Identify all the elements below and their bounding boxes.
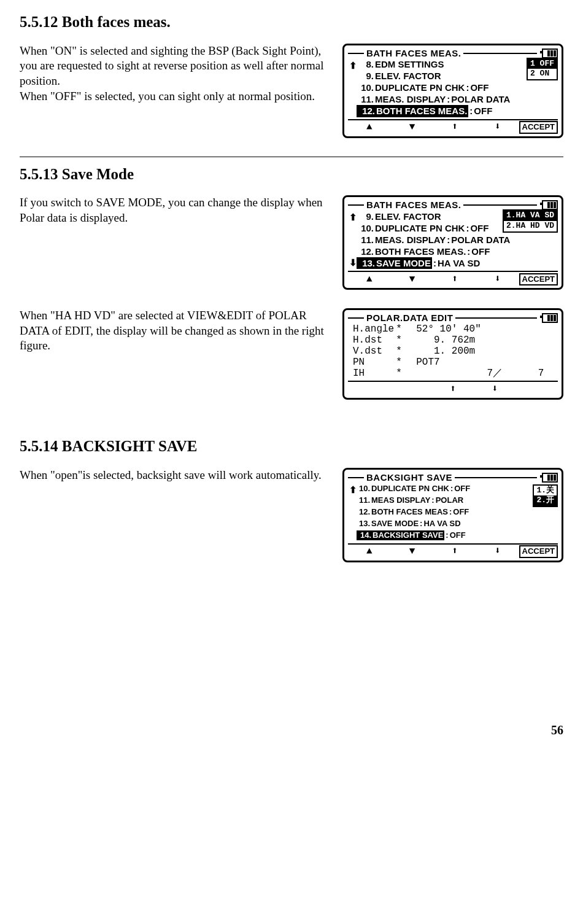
menu-row: 13.SAVE MODE:HA VA SD: [357, 518, 558, 530]
menu-row: 10.DUPLICATE PN CHK:OFF: [357, 82, 558, 94]
battery-icon: [542, 200, 558, 210]
scroll-down-icon: ⬇: [349, 258, 357, 267]
menu-row: 12.BOTH FACES MEAS.:OFF: [357, 246, 558, 257]
data-row: PN* POT7: [353, 357, 558, 368]
lcd-5514: BACKSIGHT SAVE ⬆ 10.DUPLICATE PN CHK:OFF…: [342, 468, 563, 562]
accept-button: ACCEPT: [519, 273, 558, 286]
accept-button: ACCEPT: [519, 545, 558, 558]
menu-row: 11.MEAS. DISPLAY:POLAR DATA: [357, 94, 558, 106]
softkey: ⬇: [474, 383, 515, 396]
softkey: ⬆: [433, 273, 476, 286]
lcd-title: BACKSIGHT SAVE: [366, 472, 452, 484]
menu-row: 11.MEAS DISPLAY:POLAR: [357, 495, 558, 507]
lcd-title: BATH FACES MEAS.: [366, 47, 461, 60]
menu-row: 10.DUPLICATE PN CHK:OFF: [357, 483, 558, 495]
softkeys: ▲ ▼ ⬆ ⬇ ACCEPT: [348, 271, 558, 285]
heading: 5.5.12 Both faces meas.: [20, 12, 563, 33]
section-5513b: When "HA HD VD" are selected at VIEW&EDI…: [20, 308, 563, 400]
lcd-title: BATH FACES MEAS.: [366, 199, 461, 211]
option-box: 1.HA VA SD 2.HA HD VD: [503, 209, 558, 233]
menu-row-selected: 12.BOTH FACES MEAS.:OFF: [357, 106, 558, 117]
body-text: When "HA HD VD" are selected at VIEW&EDI…: [20, 308, 330, 354]
battery-icon: [542, 473, 558, 483]
softkey: ▲: [348, 545, 391, 558]
menu-row: 12.BOTH FACES MEAS:OFF: [357, 507, 558, 518]
softkey: ⬇: [476, 121, 519, 134]
option-box: 1 OFF 2 ON: [527, 58, 558, 81]
softkeys: ▲ ▼ ⬆ ⬇ ACCEPT: [348, 119, 558, 134]
softkey: ▼: [391, 273, 434, 286]
accept-button: ACCEPT: [519, 121, 558, 134]
lcd-5513: BATH FACES MEAS. ⬆ ⬇ 9.ELEV. FACTOR 10.D…: [342, 195, 563, 290]
softkey: ⬆: [432, 383, 474, 396]
section-5514: 5.5.14 BACKSIGHT SAVE When "open"is sele…: [20, 437, 563, 562]
softkey: ▼: [391, 121, 434, 134]
softkey: ⬇: [476, 273, 519, 286]
menu-row: 11.MEAS. DISPLAY:POLAR DATA: [357, 234, 558, 246]
data-row: V.dst* 1. 200m: [353, 346, 558, 357]
heading: 5.5.14 BACKSIGHT SAVE: [20, 437, 563, 457]
battery-icon: [542, 313, 558, 323]
section-5513: 5.5.13 Save Mode If you switch to SAVE M…: [20, 165, 563, 290]
softkey: ▲: [348, 273, 391, 286]
battery-icon: [542, 49, 558, 58]
section-5512: 5.5.12 Both faces meas. When "ON" is sel…: [20, 12, 563, 138]
body-text: When "ON" is selected and sighting the B…: [20, 44, 330, 104]
softkeys: ▲ ▼ ⬆ ⬇ ACCEPT: [348, 543, 558, 558]
softkey: ⬇: [476, 545, 519, 558]
heading: 5.5.13 Save Mode: [20, 165, 563, 185]
data-row: H.dst* 9. 762m: [353, 335, 558, 346]
section-divider: [20, 157, 563, 157]
softkey: ▲: [348, 121, 391, 134]
scroll-up-icon: ⬆: [349, 212, 357, 222]
softkey: ▼: [391, 545, 434, 558]
page-number: 56: [20, 722, 563, 738]
body-text: If you switch to SAVE MODE, you can chan…: [20, 195, 330, 225]
lcd-polar: POLAR.DATA EDIT H.angle* 52° 10′ 40″ H.d…: [342, 308, 563, 400]
option-box: 1.关 2.开: [533, 484, 558, 508]
data-row: H.angle* 52° 10′ 40″: [353, 324, 558, 335]
body-text: When "open"is selected, backsight save w…: [20, 468, 330, 483]
menu-row-selected: 14.BACKSIGHT SAVE:OFF: [357, 530, 558, 542]
lcd-5512: BATH FACES MEAS. ⬆ 8.EDM SETTINGS 9.ELEV…: [342, 44, 563, 138]
scroll-up-icon: ⬆: [349, 485, 357, 494]
data-row: IH* 7／ 7: [353, 368, 558, 379]
scroll-up-icon: ⬆: [349, 61, 357, 70]
softkey: ⬆: [433, 121, 476, 134]
menu-row-selected: 13.SAVE MODE:HA VA SD: [357, 257, 558, 269]
softkeys: ⬆ ⬇: [348, 381, 558, 395]
softkey: ⬆: [433, 545, 476, 558]
